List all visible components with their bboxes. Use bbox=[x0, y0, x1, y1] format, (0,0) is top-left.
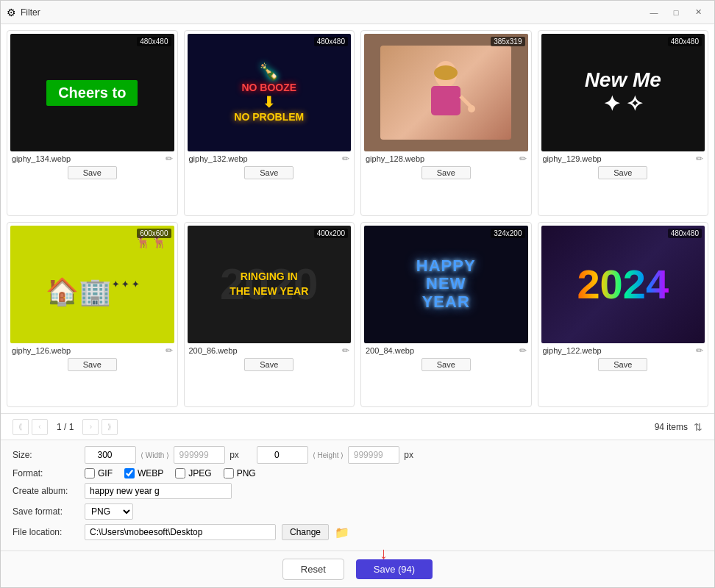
item-footer: 200_86.webp ✏ bbox=[188, 343, 352, 356]
jpeg-checkbox[interactable] bbox=[175, 468, 185, 478]
item-save-button[interactable]: Save bbox=[68, 358, 117, 371]
gallery-item: Cheers to 480x480 giphy_134.webp ✏ Save bbox=[7, 30, 178, 216]
gallery-item: 🦌🦌 🏠🏢 ✦ ✦ ✦ 600x600 giphy_126.webp ✏ Sav… bbox=[7, 222, 178, 408]
item-footer: giphy_129.webp ✏ bbox=[541, 151, 705, 164]
next-page-button[interactable]: › bbox=[82, 419, 99, 435]
png-label[interactable]: PNG bbox=[237, 468, 256, 478]
filename-label: 200_84.webp bbox=[366, 346, 414, 355]
dimension-badge: 385x319 bbox=[491, 37, 524, 46]
last-page-button[interactable]: ⟫ bbox=[102, 419, 118, 435]
item-save-button[interactable]: Save bbox=[421, 166, 471, 179]
image-container: HAPPYNEWYEAR 324x200 bbox=[364, 226, 528, 343]
edit-icon[interactable]: ✏ bbox=[696, 345, 703, 356]
sort-icon[interactable]: ⇅ bbox=[694, 421, 702, 433]
edit-icon[interactable]: ✏ bbox=[342, 345, 349, 356]
save-format-label: Save format: bbox=[13, 506, 79, 517]
svg-point-2 bbox=[434, 65, 458, 80]
save-format-row: Save format: PNG JPEG WEBP GIF bbox=[13, 503, 702, 520]
svg-rect-1 bbox=[431, 86, 460, 115]
item-footer: giphy_122.webp ✏ bbox=[541, 343, 705, 356]
format-options: GIF WEBP JPEG PNG bbox=[85, 468, 256, 478]
edit-icon[interactable]: ✏ bbox=[519, 345, 527, 356]
height-input-group: ⟨ Height ⟩ px bbox=[257, 446, 413, 464]
nobooze-text2: NO PROBLEM bbox=[234, 111, 304, 123]
item-save-button[interactable]: Save bbox=[68, 166, 117, 179]
item-footer: giphy_126.webp ✏ bbox=[10, 343, 174, 356]
dimension-badge: 324x200 bbox=[491, 229, 524, 238]
image-container: Cheers to 480x480 bbox=[10, 34, 174, 151]
titlebar-controls: — □ ✕ bbox=[644, 4, 708, 21]
gallery-item: 2020 RINGING INTHE NEW YEAR 400x200 200_… bbox=[184, 222, 355, 408]
ringing-text: RINGING INTHE NEW YEAR bbox=[230, 270, 308, 298]
size-label: Size: bbox=[13, 450, 79, 460]
webp-label[interactable]: WEBP bbox=[138, 468, 163, 478]
filter-icon: ⚙ bbox=[7, 7, 16, 18]
window-title: Filter bbox=[21, 7, 40, 18]
edit-icon[interactable]: ✏ bbox=[166, 345, 173, 356]
width-max-input[interactable] bbox=[174, 446, 225, 464]
filename-label: giphy_122.webp bbox=[543, 346, 602, 355]
titlebar: ⚙ Filter — □ ✕ bbox=[1, 1, 714, 24]
folder-icon[interactable]: 📁 bbox=[335, 526, 349, 539]
nobooze-text1: NO BOOZE bbox=[241, 82, 296, 93]
image-container: 🍾 NO BOOZE ⬇ NO PROBLEM 480x480 bbox=[188, 34, 352, 151]
save-format-select[interactable]: PNG JPEG WEBP GIF bbox=[85, 503, 133, 520]
save-arrow-indicator: ↓ bbox=[380, 544, 464, 563]
item-save-button[interactable]: Save bbox=[244, 166, 294, 179]
album-filter-row: Create album: bbox=[13, 483, 702, 499]
filename-label: giphy_129.webp bbox=[543, 154, 602, 163]
image-container: New Me ✦ ✧ 480x480 bbox=[541, 34, 705, 151]
filename-label: giphy_132.webp bbox=[189, 154, 248, 163]
album-input[interactable] bbox=[85, 483, 232, 499]
image-preview: 🦌🦌 🏠🏢 ✦ ✦ ✦ bbox=[10, 226, 174, 343]
height-min-input[interactable] bbox=[257, 446, 308, 464]
filename-label: giphy_126.webp bbox=[12, 346, 71, 355]
dimension-badge: 480x480 bbox=[137, 37, 171, 46]
width-input-group: ⟨ Width ⟩ px bbox=[85, 446, 239, 464]
svg-point-4 bbox=[468, 105, 475, 112]
gif-label[interactable]: GIF bbox=[98, 468, 113, 478]
gallery-item: HAPPYNEWYEAR 324x200 200_84.webp ✏ Save bbox=[360, 222, 532, 408]
file-location-label: File location: bbox=[13, 527, 79, 537]
happynewyear-text: HAPPYNEWYEAR bbox=[416, 257, 476, 311]
gallery-item: 385x319 giphy_128.webp ✏ Save bbox=[360, 30, 532, 216]
edit-icon[interactable]: ✏ bbox=[166, 154, 173, 164]
file-location-row: File location: Change 📁 bbox=[13, 524, 702, 540]
width-arrows: ⟨ Width ⟩ bbox=[140, 451, 169, 459]
jpeg-checkbox-group: JPEG bbox=[175, 468, 211, 478]
image-preview bbox=[364, 34, 528, 151]
width-min-input[interactable] bbox=[85, 446, 136, 464]
height-max-input[interactable] bbox=[348, 446, 399, 464]
filename-label: giphy_128.webp bbox=[366, 154, 424, 163]
maximize-button[interactable]: □ bbox=[666, 4, 686, 21]
close-button[interactable]: ✕ bbox=[688, 4, 708, 21]
year-text: 2024 bbox=[577, 260, 669, 308]
item-save-button[interactable]: Save bbox=[421, 358, 471, 371]
webp-checkbox[interactable] bbox=[124, 468, 135, 478]
jpeg-label[interactable]: JPEG bbox=[188, 468, 211, 478]
item-save-button[interactable]: Save bbox=[244, 358, 294, 371]
filename-label: 200_86.webp bbox=[189, 346, 238, 355]
webp-checkbox-group: WEBP bbox=[124, 468, 163, 478]
image-preview: 🍾 NO BOOZE ⬇ NO PROBLEM bbox=[188, 34, 352, 151]
dimension-badge: 480x480 bbox=[668, 37, 702, 46]
edit-icon[interactable]: ✏ bbox=[342, 154, 349, 164]
reset-button[interactable]: Reset bbox=[282, 559, 344, 580]
image-preview: HAPPYNEWYEAR bbox=[364, 226, 528, 343]
item-save-button[interactable]: Save bbox=[598, 166, 647, 179]
format-filter-row: Format: GIF WEBP JPEG bbox=[13, 468, 702, 478]
file-location-input[interactable] bbox=[85, 524, 276, 540]
gif-checkbox[interactable] bbox=[85, 468, 95, 478]
prev-page-button[interactable]: ‹ bbox=[32, 419, 48, 435]
png-checkbox[interactable] bbox=[224, 468, 234, 478]
edit-icon[interactable]: ✏ bbox=[696, 154, 703, 164]
pagination-controls: ⟪ ‹ 1 / 1 › ⟫ bbox=[13, 419, 118, 435]
cheers-text: Cheers to bbox=[46, 80, 138, 106]
minimize-button[interactable]: — bbox=[644, 4, 664, 21]
content-area: Cheers to 480x480 giphy_134.webp ✏ Save … bbox=[1, 24, 714, 587]
item-save-button[interactable]: Save bbox=[598, 358, 647, 371]
size-filter-row: Size: ⟨ Width ⟩ px ⟨ Height ⟩ px bbox=[13, 446, 702, 464]
first-page-button[interactable]: ⟪ bbox=[13, 419, 29, 435]
change-button[interactable]: Change bbox=[282, 524, 329, 540]
edit-icon[interactable]: ✏ bbox=[519, 154, 527, 164]
